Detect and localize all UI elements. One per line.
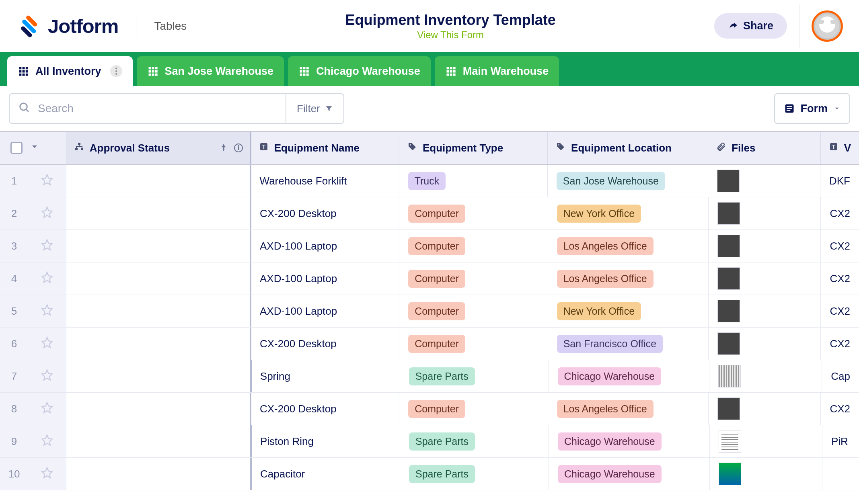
cell-type[interactable]: Computer (399, 295, 548, 327)
cell-files[interactable] (709, 230, 821, 262)
star-button[interactable] (28, 165, 66, 197)
cell-v[interactable]: DKF (820, 165, 859, 197)
cell-files[interactable] (709, 262, 821, 295)
filter-button[interactable]: Filter (286, 93, 344, 124)
cell-approval[interactable] (66, 328, 251, 360)
cell-type[interactable]: Computer (399, 328, 548, 360)
cell-v[interactable]: CX2 (821, 197, 859, 229)
star-button[interactable] (28, 197, 66, 229)
tab-chicago-warehouse[interactable]: Chicago Warehouse (288, 56, 431, 86)
cell-v[interactable]: CX2 (821, 328, 859, 360)
avatar[interactable] (812, 10, 843, 42)
col-equipment-type[interactable]: Equipment Type (399, 132, 548, 164)
star-button[interactable] (28, 262, 66, 295)
pin-icon[interactable] (219, 143, 228, 152)
cell-location[interactable]: Los Angeles Office (548, 230, 709, 262)
star-button[interactable] (28, 393, 66, 425)
col-equipment-name[interactable]: T Equipment Name (251, 132, 399, 164)
tab-san-jose-warehouse[interactable]: San Jose Warehouse (137, 56, 284, 86)
cell-v[interactable] (822, 458, 859, 490)
cell-location[interactable]: New York Office (548, 295, 709, 327)
cell-approval[interactable] (66, 197, 251, 229)
cell-location[interactable]: New York Office (548, 197, 709, 229)
col-approval-status[interactable]: Approval Status (66, 132, 251, 164)
cell-location[interactable]: Los Angeles Office (548, 393, 709, 425)
cell-files[interactable] (709, 393, 821, 425)
cell-location[interactable]: San Jose Warehouse (548, 165, 708, 197)
star-button[interactable] (28, 425, 66, 457)
cell-type[interactable]: Computer (399, 197, 548, 229)
star-button[interactable] (28, 360, 66, 392)
cell-type[interactable]: Truck (399, 165, 548, 197)
cell-type[interactable]: Computer (399, 393, 548, 425)
form-view-button[interactable]: Form (774, 93, 851, 124)
cell-files[interactable] (708, 165, 820, 197)
cell-name[interactable]: Warehouse Forklift (251, 165, 399, 197)
cell-name[interactable]: CX-200 Desktop (251, 197, 399, 229)
table-row[interactable]: 4AXD-100 LaptopComputerLos Angeles Offic… (0, 262, 859, 295)
table-row[interactable]: 2CX-200 DesktopComputerNew York OfficeCX… (0, 197, 859, 230)
tab-more-icon[interactable] (110, 65, 122, 77)
col-select[interactable] (0, 132, 66, 164)
cell-v[interactable]: CX2 (821, 295, 859, 327)
chevron-down-icon[interactable] (30, 142, 39, 154)
table-row[interactable]: 10CapacitorSpare PartsChicago Warehouse (0, 458, 859, 490)
cell-location[interactable]: Chicago Warehouse (549, 458, 710, 490)
tab-all-inventory[interactable]: All Inventory (7, 56, 133, 86)
cell-approval[interactable] (66, 425, 251, 457)
view-form-link[interactable]: View This Form (417, 29, 484, 41)
cell-name[interactable]: CX-200 Desktop (251, 328, 399, 360)
cell-name[interactable]: CX-200 Desktop (251, 393, 399, 425)
table-row[interactable]: 7SpringSpare PartsChicago WarehouseCap (0, 360, 859, 393)
cell-name[interactable]: Piston Ring (251, 425, 400, 457)
cell-v[interactable]: CX2 (821, 393, 859, 425)
cell-name[interactable]: AXD-100 Laptop (251, 295, 399, 327)
cell-location[interactable]: San Francisco Office (548, 328, 709, 360)
search-wrap[interactable] (9, 93, 286, 124)
star-button[interactable] (28, 295, 66, 327)
cell-files[interactable] (709, 328, 821, 360)
cell-type[interactable]: Computer (399, 230, 548, 262)
cell-name[interactable]: Capacitor (251, 458, 400, 490)
share-button[interactable]: Share (714, 13, 787, 39)
cell-approval[interactable] (66, 458, 251, 490)
table-row[interactable]: 3AXD-100 LaptopComputerLos Angeles Offic… (0, 230, 859, 262)
cell-files[interactable] (710, 425, 822, 457)
cell-v[interactable]: PiR (822, 425, 859, 457)
cell-approval[interactable] (66, 295, 251, 327)
table-row[interactable]: 1Warehouse ForkliftTruckSan Jose Warehou… (0, 165, 859, 197)
cell-type[interactable]: Spare Parts (400, 458, 549, 490)
col-equipment-location[interactable]: Equipment Location (548, 132, 708, 164)
cell-location[interactable]: Chicago Warehouse (549, 360, 710, 392)
cell-v[interactable]: CX2 (821, 262, 859, 295)
cell-location[interactable]: Los Angeles Office (548, 262, 709, 295)
star-button[interactable] (28, 230, 66, 262)
col-files[interactable]: Files (708, 132, 820, 164)
col-v[interactable]: T V (821, 132, 859, 164)
tab-main-warehouse[interactable]: Main Warehouse (435, 56, 559, 86)
cell-location[interactable]: Chicago Warehouse (549, 425, 710, 457)
cell-files[interactable] (709, 295, 821, 327)
cell-name[interactable]: Spring (251, 360, 400, 392)
cell-approval[interactable] (66, 230, 251, 262)
cell-name[interactable]: AXD-100 Laptop (251, 262, 399, 295)
cell-type[interactable]: Spare Parts (400, 425, 549, 457)
cell-type[interactable]: Spare Parts (400, 360, 549, 392)
cell-approval[interactable] (66, 393, 251, 425)
table-row[interactable]: 8CX-200 DesktopComputerLos Angeles Offic… (0, 393, 859, 425)
cell-files[interactable] (709, 360, 822, 392)
cell-approval[interactable] (66, 262, 251, 295)
select-all-checkbox[interactable] (10, 142, 23, 154)
cell-v[interactable]: CX2 (821, 230, 859, 262)
info-icon[interactable] (234, 143, 243, 153)
cell-files[interactable] (709, 197, 821, 229)
cell-type[interactable]: Computer (399, 262, 548, 295)
cell-files[interactable] (710, 458, 822, 490)
table-row[interactable]: 9Piston RingSpare PartsChicago Warehouse… (0, 425, 859, 458)
star-button[interactable] (28, 328, 66, 360)
cell-name[interactable]: AXD-100 Laptop (251, 230, 399, 262)
cell-approval[interactable] (66, 360, 251, 392)
cell-approval[interactable] (66, 165, 251, 197)
star-button[interactable] (28, 458, 66, 490)
table-row[interactable]: 5AXD-100 LaptopComputerNew York OfficeCX… (0, 295, 859, 328)
